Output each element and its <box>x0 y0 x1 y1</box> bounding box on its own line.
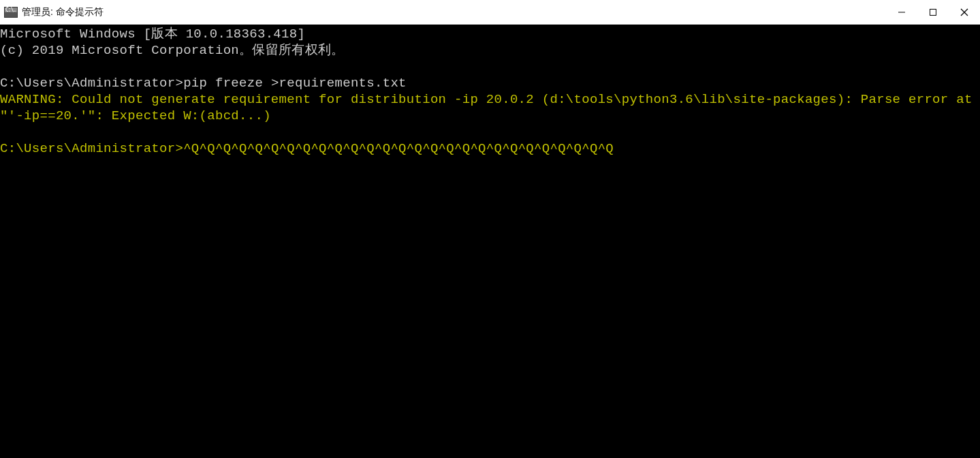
close-icon <box>960 7 969 17</box>
window-title: 管理员: 命令提示符 <box>22 6 104 18</box>
command-1: pip freeze >requirements.txt <box>183 76 407 91</box>
maximize-button[interactable] <box>917 0 949 25</box>
prompt-2: C:\Users\Administrator> <box>0 141 183 156</box>
minimize-icon <box>898 8 906 16</box>
cmd-icon: C:\. <box>4 7 18 18</box>
minimize-button[interactable] <box>886 0 917 25</box>
maximize-icon <box>929 8 937 16</box>
warning-output: WARNING: Could not generate requirement … <box>0 92 980 123</box>
svg-rect-1 <box>930 10 936 16</box>
banner-line-1: Microsoft Windows [版本 10.0.18363.418] <box>0 27 305 42</box>
close-button[interactable] <box>949 0 980 25</box>
command-2: ^Q^Q^Q^Q^Q^Q^Q^Q^Q^Q^Q^Q^Q^Q^Q^Q^Q^Q^Q^Q… <box>183 141 614 156</box>
prompt-1: C:\Users\Administrator> <box>0 76 183 91</box>
terminal-viewport[interactable]: Microsoft Windows [版本 10.0.18363.418] (c… <box>0 25 980 458</box>
window-titlebar[interactable]: C:\. 管理员: 命令提示符 <box>0 0 980 25</box>
banner-line-2: (c) 2019 Microsoft Corporation。保留所有权利。 <box>0 43 344 58</box>
